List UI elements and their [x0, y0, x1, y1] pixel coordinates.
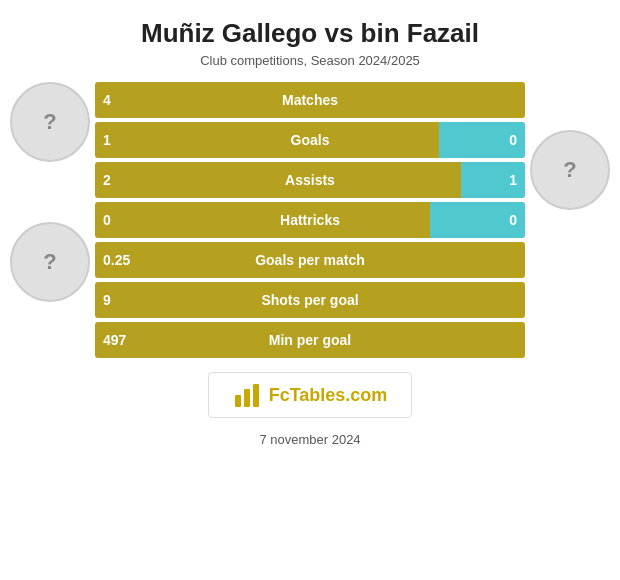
title-section: Muñiz Gallego vs bin Fazail Club competi…	[121, 0, 499, 72]
stat-row-min_per_goal: 497Min per goal	[95, 322, 525, 358]
question-icon-left-bottom: ?	[43, 249, 56, 275]
svg-rect-0	[235, 395, 241, 407]
stat-left-value-matches: 4	[103, 92, 111, 108]
svg-rect-2	[253, 384, 259, 407]
svg-rect-1	[244, 389, 250, 407]
stat-label-min_per_goal: Min per goal	[269, 332, 351, 348]
question-icon-left-top: ?	[43, 109, 56, 135]
fctables-fc-text: Fc	[269, 385, 290, 405]
stat-row-shots_per_goal: 9Shots per goal	[95, 282, 525, 318]
left-player-avatar-top: ?	[10, 82, 90, 162]
stat-right-value-assists: 1	[509, 172, 517, 188]
stat-left-value-shots_per_goal: 9	[103, 292, 111, 308]
left-avatars: ? ?	[10, 82, 90, 302]
bottom-section: FcTables.com 7 november 2024	[0, 372, 620, 447]
main-title: Muñiz Gallego vs bin Fazail	[141, 18, 479, 49]
stat-label-goals_per_match: Goals per match	[255, 252, 365, 268]
stat-label-goals: Goals	[291, 132, 330, 148]
stat-right-value-hattricks: 0	[509, 212, 517, 228]
stat-label-shots_per_goal: Shots per goal	[261, 292, 358, 308]
subtitle: Club competitions, Season 2024/2025	[141, 53, 479, 68]
right-player-avatar-top: ?	[530, 130, 610, 210]
right-avatars: ?	[530, 82, 610, 210]
stat-left-value-min_per_goal: 497	[103, 332, 126, 348]
stat-right-value-goals: 0	[509, 132, 517, 148]
left-player-avatar-bottom: ?	[10, 222, 90, 302]
stat-left-value-goals_per_match: 0.25	[103, 252, 130, 268]
stat-row-assists: 2Assists1	[95, 162, 525, 198]
stat-label-hattricks: Hattricks	[280, 212, 340, 228]
stat-label-matches: Matches	[282, 92, 338, 108]
fctables-brand-text: FcTables.com	[269, 385, 388, 406]
stat-row-matches: 4Matches	[95, 82, 525, 118]
stat-left-value-assists: 2	[103, 172, 111, 188]
page-wrapper: Muñiz Gallego vs bin Fazail Club competi…	[0, 0, 620, 580]
question-icon-right-top: ?	[563, 157, 576, 183]
stat-row-goals_per_match: 0.25Goals per match	[95, 242, 525, 278]
stats-area: 4Matches1Goals02Assists10Hattricks00.25G…	[95, 82, 525, 358]
stat-label-assists: Assists	[285, 172, 335, 188]
date-label: 7 november 2024	[259, 432, 360, 447]
stat-left-value-goals: 1	[103, 132, 111, 148]
stat-left-value-hattricks: 0	[103, 212, 111, 228]
fctables-logo: FcTables.com	[208, 372, 413, 418]
stat-row-hattricks: 0Hattricks0	[95, 202, 525, 238]
fctables-tables-text: Tables.com	[290, 385, 388, 405]
stat-row-goals: 1Goals0	[95, 122, 525, 158]
content-area: ? ? 4Matches1Goals02Assists10Hattricks00…	[0, 72, 620, 358]
fctables-chart-icon	[233, 381, 261, 409]
